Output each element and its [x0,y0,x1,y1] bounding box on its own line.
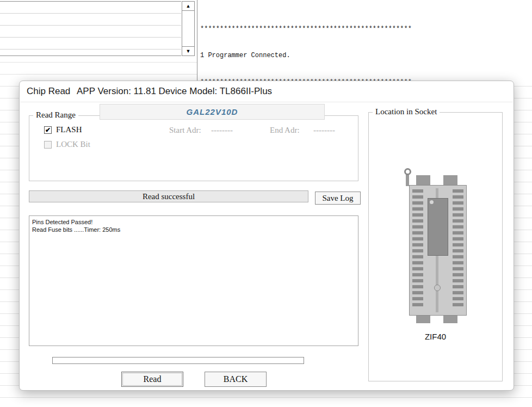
flash-checkbox[interactable]: ✔ [44,126,52,134]
device-name-tab: GAL22V10D [100,104,325,120]
start-adr-label: Start Adr: [169,126,201,135]
console-line: 1 Programmer Connected. [200,51,435,60]
dialog-title: Chip Read [27,86,70,97]
socket-name: ZIF40 [369,332,502,341]
lock-bit-checkbox[interactable] [44,141,52,149]
read-range-label: Read Range [33,110,78,120]
zif-bottom-tab-right [443,316,457,323]
log-line: Pins Detected Passed! [32,218,355,226]
lock-bit-label: LOCK Bit [56,140,90,149]
progress-bar [52,357,304,364]
device-list[interactable] [0,1,181,56]
flash-label: FLASH [56,125,82,134]
title-separator [20,102,513,102]
programmer-console: ****************************************… [197,0,532,81]
zif-top-tab-right [443,175,457,186]
zif-top-tab-left [416,175,430,186]
start-adr-value: -------- [211,126,233,135]
app-window: ▲ ▼ ************************************… [0,0,532,407]
dialog-subtitle: APP Version: 11.81 Device Model: TL866II… [77,86,272,97]
save-log-button[interactable]: Save Log [315,192,361,205]
read-button[interactable]: Read [121,372,183,387]
zif-lever-icon [404,168,411,175]
location-in-socket-groupbox: Location in Socket ZIF40 [368,112,503,381]
scroll-down-icon[interactable]: ▼ [182,46,194,55]
log-line: Read Fuse bits ......Timer: 250ms [32,226,355,233]
lock-bit-checkbox-row: LOCK Bit [44,140,90,149]
end-adr-label: End Adr: [270,126,300,135]
scroll-up-icon[interactable]: ▲ [182,2,194,11]
device-list-scrollbar[interactable]: ▲ ▼ [182,1,195,56]
zif-pins-right [453,189,463,308]
back-button[interactable]: BACK [205,372,267,387]
inserted-chip [428,198,448,256]
chip-pin1-dot-icon [430,200,434,204]
checkmark-icon: ✔ [45,127,51,133]
zif-bottom-tab-left [416,316,430,323]
status-bar: Read successful [29,190,308,202]
zif-lever-stem [406,174,409,186]
zif-screw-icon [434,285,441,291]
console-line: ****************************************… [200,24,435,33]
end-adr-value: -------- [313,126,335,135]
flash-checkbox-row: ✔ FLASH [44,125,82,134]
status-text: Read successful [143,192,195,201]
zif-pins-left [412,189,423,308]
device-name-label: GAL22V10D [187,107,238,116]
operation-log: Pins Detected Passed! Read Fuse bits ...… [29,215,358,346]
chip-read-dialog: Chip Read APP Version: 11.81 Device Mode… [19,81,514,391]
